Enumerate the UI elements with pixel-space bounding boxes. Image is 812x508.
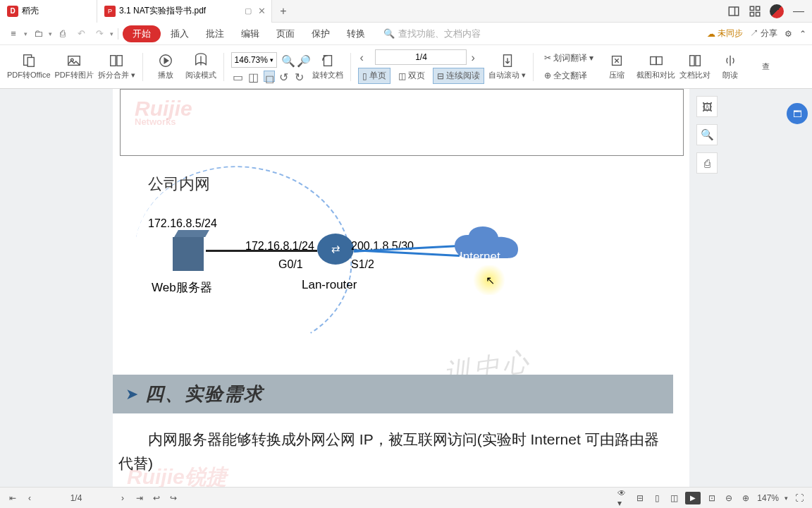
pdf-icon: P [104, 6, 116, 17]
router-inner-ip: 172.16.8.1/24 [245, 240, 314, 253]
settings-icon[interactable]: ⚙ [785, 29, 792, 39]
status-bar: ⇤ ‹ 1/4 › ⇥ ↩ ↪ 👁 ▾ ⊟ ▯ ◫ ▶ ⊡ ⊖ ⊕ 147% ▾… [0, 487, 812, 508]
fit1-icon[interactable]: ⊡ [706, 492, 718, 504]
menu-icon[interactable]: ≡ [6, 26, 21, 42]
menu-insert[interactable]: 插入 [164, 25, 196, 42]
svg-rect-5 [756, 12, 760, 16]
pdf-to-image-button[interactable]: PDF转图片 [55, 53, 94, 80]
zoom-input[interactable]: 146.73% ▾ [231, 52, 277, 68]
forward-icon[interactable]: ↪ [168, 492, 179, 504]
first-page-icon[interactable]: ⇤ [7, 492, 18, 504]
svg-rect-20 [696, 56, 700, 66]
menu-protect[interactable]: 保护 [304, 25, 337, 42]
router-outer-port: S1/2 [351, 258, 374, 271]
compress-button[interactable]: 压缩 [601, 53, 632, 80]
tab-minimize-icon[interactable]: ▢ [245, 6, 252, 16]
play-button[interactable]: 播放 [150, 53, 181, 80]
menu-bar: ≡▾ 🗀▾ ⎙ ↶ ↷ ▾ 开始 插入 批注 编辑 页面 保护 转换 🔍 查找功… [0, 23, 812, 45]
pdf-to-office-button[interactable]: PDF转Office [7, 53, 51, 80]
svg-rect-3 [756, 6, 760, 10]
rotate-doc-button[interactable]: 旋转文档 [312, 53, 343, 80]
share-button[interactable]: ↗ 分享 [750, 28, 777, 40]
window-minimize-icon[interactable]: — [792, 5, 805, 18]
fit-width-icon[interactable]: ▭ [233, 71, 244, 82]
read-mode-button[interactable]: 阅读模式 [185, 53, 216, 80]
double-page-button[interactable]: ◫ 双页 [395, 68, 429, 83]
router-icon: ⇄ [317, 234, 354, 265]
layout-icon[interactable]: ⊟ [634, 492, 646, 504]
split-merge-button[interactable]: 拆分合并 ▾ [98, 53, 135, 80]
single-page-button[interactable]: ▯ 单页 [358, 68, 390, 84]
rotate-left-icon[interactable]: ↺ [279, 71, 290, 82]
open-icon[interactable]: 🗀 [30, 26, 46, 42]
tab-doc-label: 3.1 NAT实验指导书.pdf [119, 5, 206, 17]
last-page-icon[interactable]: ⇥ [134, 492, 145, 504]
side-print-icon[interactable]: ⎙ [696, 152, 718, 174]
prev-page-status-icon[interactable]: ‹ [24, 492, 35, 504]
next-page-status-icon[interactable]: › [117, 492, 128, 504]
collapse-icon[interactable]: ⌃ [799, 29, 806, 39]
side-image-icon[interactable]: 🖼 [696, 96, 718, 117]
zoom-out-icon[interactable]: 🔍 [281, 54, 293, 66]
redo-icon[interactable]: ↷ [92, 26, 107, 42]
assistant-bubble[interactable]: 🗔 [787, 103, 808, 124]
menu-annotate[interactable]: 批注 [199, 25, 231, 42]
full-translate-button[interactable]: ⊕ 全文翻译 [541, 68, 591, 83]
tab-document[interactable]: P 3.1 NAT实验指导书.pdf ▢ ✕ [97, 0, 272, 23]
section-header: ➤ 四、实验需求 [113, 375, 673, 413]
rotate-right-icon[interactable]: ↻ [295, 71, 306, 82]
read-aloud-button[interactable]: 朗读 [715, 53, 746, 80]
prev-page-icon[interactable]: ‹ [359, 52, 371, 63]
tab-close-icon[interactable]: ✕ [258, 6, 266, 16]
side-zoom-icon[interactable]: 🔍 [696, 124, 718, 145]
image-placeholder: RuijieNetworks [120, 89, 684, 156]
svg-rect-10 [111, 56, 116, 66]
play-status-icon[interactable]: ▶ [685, 492, 701, 504]
tab-home-label: 稻壳 [22, 5, 39, 17]
arrow-icon: ➤ [125, 385, 138, 404]
zoom-in-status-icon[interactable]: ⊕ [740, 492, 751, 504]
doc-compare-button[interactable]: 文档比对 [679, 53, 710, 80]
select-icon[interactable]: ◻ [264, 71, 275, 82]
zoom-out-status-icon[interactable]: ⊖ [723, 492, 734, 504]
zoom-in-icon[interactable]: 🔎 [297, 54, 308, 66]
svg-rect-11 [117, 56, 122, 66]
find-button[interactable]: 查 [750, 61, 781, 72]
svg-rect-4 [750, 12, 753, 16]
page-input[interactable]: 1/4 [375, 49, 467, 65]
screenshot-compare-button[interactable]: 截图和对比 [636, 53, 675, 80]
page-status[interactable]: 1/4 [41, 493, 111, 503]
double-view-icon[interactable]: ◫ [668, 492, 679, 504]
svg-rect-14 [324, 56, 331, 66]
search-input[interactable]: 🔍 查找功能、文档内容 [383, 28, 481, 40]
internet-label: Internet [460, 250, 500, 264]
layout1-icon[interactable] [727, 5, 740, 18]
menu-start[interactable]: 开始 [123, 25, 161, 42]
continuous-button[interactable]: ⊟ 连续阅读 [433, 68, 484, 84]
zoom-status[interactable]: 147% [757, 493, 779, 503]
single-view-icon[interactable]: ▯ [651, 492, 663, 504]
undo-icon[interactable]: ↶ [73, 26, 89, 42]
fit-page-icon[interactable]: ◫ [248, 71, 259, 82]
next-page-icon[interactable]: › [471, 52, 482, 63]
intranet-label: 公司内网 [148, 174, 210, 195]
new-tab-button[interactable]: + [272, 0, 295, 23]
print-icon[interactable]: ⎙ [55, 26, 70, 42]
sync-status[interactable]: ☁未同步 [707, 28, 743, 40]
menu-convert[interactable]: 转换 [340, 25, 372, 42]
menu-page[interactable]: 页面 [269, 25, 302, 42]
svg-rect-2 [750, 6, 753, 10]
svg-rect-19 [690, 56, 694, 66]
ribbon-toolbar: PDF转Office PDF转图片 拆分合并 ▾ 播放 阅读模式 146.73%… [0, 45, 812, 89]
svg-rect-7 [27, 57, 34, 66]
fullscreen-icon[interactable]: ⛶ [794, 492, 805, 504]
auto-scroll-button[interactable]: 自动滚动 ▾ [488, 53, 526, 80]
pdf-page: RuijieNetworks 公司内网 172.16.8.5/24 Web服务器… [113, 89, 689, 487]
menu-edit[interactable]: 编辑 [234, 25, 266, 42]
back-icon[interactable]: ↩ [151, 492, 162, 504]
tab-home[interactable]: D 稻壳 [0, 0, 97, 23]
user-avatar[interactable] [770, 4, 784, 18]
grid-icon[interactable] [749, 5, 761, 18]
view-mode-icon[interactable]: 👁 ▾ [617, 492, 629, 504]
word-translate-button[interactable]: ✂ 划词翻译 ▾ [541, 51, 597, 66]
